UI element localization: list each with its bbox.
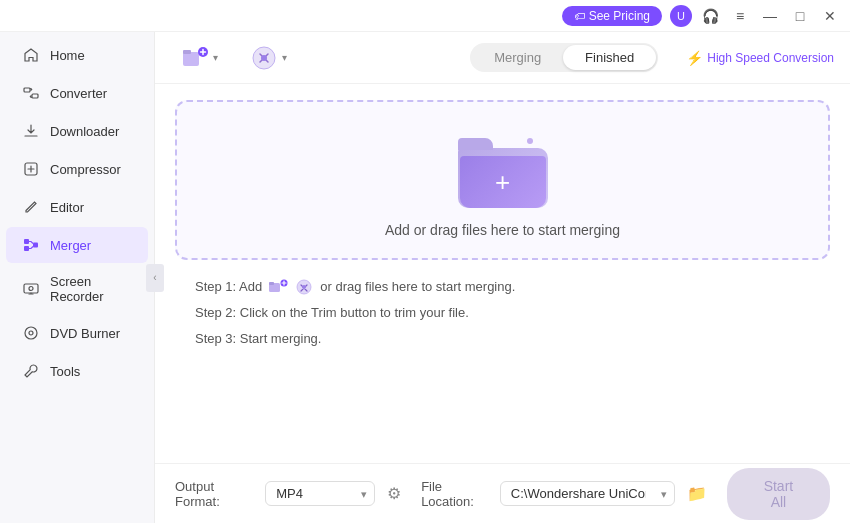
merger-icon <box>22 236 40 254</box>
tab-merging[interactable]: Merging <box>472 45 563 70</box>
chevron-down-icon: ▾ <box>213 52 218 63</box>
format-select[interactable]: MP4 MOV AVI MKV <box>265 481 375 506</box>
sidebar-item-merger-label: Merger <box>50 238 91 253</box>
home-icon <box>22 46 40 64</box>
sidebar-item-home-label: Home <box>50 48 85 63</box>
file-location-label: File Location: <box>421 479 492 509</box>
sidebar-item-dvd-burner[interactable]: DVD Burner <box>6 315 148 351</box>
trim-button[interactable]: ▾ <box>240 38 297 78</box>
main-layout: Home Converter Downloader <box>0 32 850 523</box>
tools-icon <box>22 362 40 380</box>
start-all-button[interactable]: Start All <box>727 468 830 520</box>
folder-illustration: + <box>458 133 548 208</box>
drop-zone-wrapper: + Add or drag files here to start mergin… <box>155 84 850 463</box>
dvd-burner-icon <box>22 324 40 342</box>
titlebar: 🏷 See Pricing U 🎧 ≡ — □ ✕ <box>0 0 850 32</box>
step-trim-icon <box>294 277 314 297</box>
step-add-file-icon <box>268 277 288 297</box>
svg-rect-11 <box>183 50 191 54</box>
close-button[interactable]: ✕ <box>818 4 842 28</box>
format-settings-button[interactable]: ⚙ <box>383 482 405 505</box>
sidebar-item-tools[interactable]: Tools <box>6 353 148 389</box>
lightning-icon: ⚡ <box>686 50 703 66</box>
headset-icon-button[interactable]: 🎧 <box>698 4 722 28</box>
compressor-icon <box>22 160 40 178</box>
sidebar-item-converter[interactable]: Converter <box>6 75 148 111</box>
content-area: ▾ ▾ Merging Finished ⚡ High Spee <box>155 32 850 523</box>
see-pricing-button[interactable]: 🏷 See Pricing <box>562 6 662 26</box>
bottom-bar: Output Format: MP4 MOV AVI MKV ⚙ File Lo… <box>155 463 850 523</box>
sidebar: Home Converter Downloader <box>0 32 155 523</box>
output-format-label: Output Format: <box>175 479 257 509</box>
location-select-wrapper: C:\Wondershare UniConverter 1 <box>500 481 675 506</box>
output-format-field: Output Format: MP4 MOV AVI MKV ⚙ <box>175 479 405 509</box>
tag-icon: 🏷 <box>574 10 585 22</box>
step-3-row: Step 3: Start merging. <box>195 326 810 352</box>
svg-point-7 <box>29 287 33 291</box>
svg-point-15 <box>261 55 267 61</box>
sidebar-item-editor-label: Editor <box>50 200 84 215</box>
svg-rect-10 <box>183 52 199 66</box>
minimize-button[interactable]: — <box>758 4 782 28</box>
screen-recorder-icon <box>22 280 40 298</box>
sidebar-item-compressor[interactable]: Compressor <box>6 151 148 187</box>
downloader-icon <box>22 122 40 140</box>
folder-plus-icon: + <box>495 169 510 195</box>
sidebar-item-converter-label: Converter <box>50 86 107 101</box>
trim-chevron-icon: ▾ <box>282 52 287 63</box>
sidebar-item-downloader-label: Downloader <box>50 124 119 139</box>
sidebar-item-editor[interactable]: Editor <box>6 189 148 225</box>
svg-point-9 <box>29 331 33 335</box>
svg-rect-1 <box>32 94 38 98</box>
steps-container: Step 1: Add <box>175 260 830 366</box>
sidebar-item-merger[interactable]: Merger <box>6 227 148 263</box>
sidebar-collapse-button[interactable]: ‹ <box>146 264 164 292</box>
drop-zone-text: Add or drag files here to start merging <box>385 222 620 238</box>
svg-rect-17 <box>269 282 274 285</box>
step-1-label: Step 1: Add <box>195 274 262 300</box>
step-1-row: Step 1: Add <box>195 274 810 300</box>
svg-rect-3 <box>24 239 29 244</box>
sidebar-item-downloader[interactable]: Downloader <box>6 113 148 149</box>
sparkle-dot-2 <box>527 138 533 144</box>
high-speed-label: High Speed Conversion <box>707 51 834 65</box>
window-controls: U 🎧 ≡ — □ ✕ <box>670 4 842 28</box>
location-select[interactable]: C:\Wondershare UniConverter 1 <box>500 481 675 506</box>
drop-zone[interactable]: + Add or drag files here to start mergin… <box>175 100 830 260</box>
browse-folder-button[interactable]: 📁 <box>683 482 711 505</box>
sidebar-item-tools-label: Tools <box>50 364 80 379</box>
format-select-wrapper: MP4 MOV AVI MKV <box>265 481 375 506</box>
add-files-button[interactable]: ▾ <box>171 38 228 78</box>
maximize-button[interactable]: □ <box>788 4 812 28</box>
sidebar-item-compressor-label: Compressor <box>50 162 121 177</box>
menu-icon-button[interactable]: ≡ <box>728 4 752 28</box>
svg-rect-0 <box>24 88 30 92</box>
svg-point-21 <box>302 285 306 289</box>
avatar-button[interactable]: U <box>670 5 692 27</box>
step-2-row: Step 2: Click on the Trim button to trim… <box>195 300 810 326</box>
high-speed-conversion: ⚡ High Speed Conversion <box>686 50 834 66</box>
sidebar-item-dvd-burner-label: DVD Burner <box>50 326 120 341</box>
svg-rect-6 <box>24 284 38 293</box>
tab-toggle: Merging Finished <box>470 43 658 72</box>
svg-point-8 <box>25 327 37 339</box>
converter-icon <box>22 84 40 102</box>
sidebar-item-home[interactable]: Home <box>6 37 148 73</box>
step-1-suffix: or drag files here to start merging. <box>320 274 515 300</box>
svg-rect-5 <box>33 243 38 248</box>
sidebar-item-screen-recorder[interactable]: Screen Recorder <box>6 265 148 313</box>
editor-icon <box>22 198 40 216</box>
content-header: ▾ ▾ Merging Finished ⚡ High Spee <box>155 32 850 84</box>
file-location-field: File Location: C:\Wondershare UniConvert… <box>421 479 711 509</box>
step-2-text: Step 2: Click on the Trim button to trim… <box>195 300 469 326</box>
sidebar-item-screen-recorder-label: Screen Recorder <box>50 274 132 304</box>
step-3-text: Step 3: Start merging. <box>195 326 321 352</box>
pricing-label: See Pricing <box>589 9 650 23</box>
svg-rect-4 <box>24 246 29 251</box>
folder-front: + <box>460 156 546 208</box>
tab-finished[interactable]: Finished <box>563 45 656 70</box>
